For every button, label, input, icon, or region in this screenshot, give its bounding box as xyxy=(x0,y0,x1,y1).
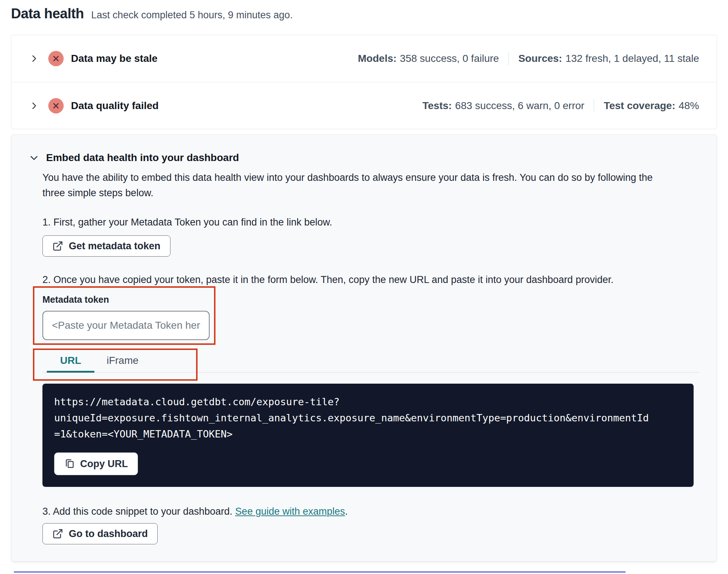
metadata-token-label: Metadata token xyxy=(42,294,210,305)
embed-section-header[interactable]: Embed data health into your dashboard xyxy=(11,135,717,164)
copy-url-label: Copy URL xyxy=(80,458,128,470)
error-icon xyxy=(48,51,64,66)
stat-label: Tests: xyxy=(423,100,452,111)
get-metadata-token-button[interactable]: Get metadata token xyxy=(42,235,170,257)
status-row-quality[interactable]: Data quality failed Tests:683 success, 6… xyxy=(11,82,717,129)
chevron-down-icon[interactable] xyxy=(28,152,40,164)
chevron-right-icon[interactable] xyxy=(28,100,40,112)
status-row-stats: Models:358 success, 0 failure Sources:13… xyxy=(358,52,699,65)
stat-models: Models:358 success, 0 failure xyxy=(358,53,499,64)
status-row-stats: Tests:683 success, 6 warn, 0 error Test … xyxy=(423,99,699,112)
step-2-text: 2. Once you have copied your token, past… xyxy=(42,274,699,286)
go-to-dashboard-button[interactable]: Go to dashboard xyxy=(42,523,158,544)
status-row-stale[interactable]: Data may be stale Models:358 success, 0 … xyxy=(11,35,717,82)
step-1-text: 1. First, gather your Metadata Token you… xyxy=(42,217,699,228)
see-guide-link[interactable]: See guide with examples xyxy=(235,506,345,517)
stat-label: Models: xyxy=(358,53,397,64)
status-row-title: Data quality failed xyxy=(71,100,159,112)
tab-iframe[interactable]: iFrame xyxy=(99,350,146,373)
metadata-token-input[interactable] xyxy=(42,311,210,340)
stat-value: 683 success, 6 warn, 0 error xyxy=(455,100,584,111)
last-check-status: Last check completed 5 hours, 9 minutes … xyxy=(91,10,293,21)
external-link-icon xyxy=(52,528,63,539)
step-3-suffix: . xyxy=(345,506,348,517)
copy-icon xyxy=(64,458,75,469)
stat-sources: Sources:132 fresh, 1 delayed, 11 stale xyxy=(518,53,699,64)
embed-section-card: Embed data health into your dashboard Yo… xyxy=(11,134,717,562)
embed-url-line: https://metadata.cloud.getdbt.com/exposu… xyxy=(54,394,679,410)
embed-url-code-block: https://metadata.cloud.getdbt.com/exposu… xyxy=(42,384,694,487)
stat-value: 48% xyxy=(679,100,699,111)
stat-value: 358 success, 0 failure xyxy=(400,53,499,64)
stat-tests: Tests:683 success, 6 warn, 0 error xyxy=(423,100,585,112)
horizontal-scrollbar[interactable] xyxy=(14,571,626,573)
metadata-token-form: Metadata token xyxy=(42,294,210,340)
get-metadata-token-label: Get metadata token xyxy=(69,241,161,252)
stat-divider xyxy=(594,99,594,112)
error-icon xyxy=(48,98,64,113)
stat-divider xyxy=(509,52,509,65)
status-row-title: Data may be stale xyxy=(71,53,158,64)
tab-url[interactable]: URL xyxy=(47,350,94,373)
tab-bar: URL iFrame xyxy=(42,350,699,373)
step-3-text: 3. Add this code snippet to your dashboa… xyxy=(42,506,699,517)
embed-url-line: =1&token=<YOUR_METADATA_TOKEN> xyxy=(54,426,679,442)
external-link-icon xyxy=(52,241,63,251)
copy-url-button[interactable]: Copy URL xyxy=(54,452,138,475)
page-title: Data health xyxy=(11,6,84,22)
stat-test-coverage: Test coverage:48% xyxy=(604,100,699,112)
stat-label: Sources: xyxy=(518,53,562,64)
stat-value: 132 fresh, 1 delayed, 11 stale xyxy=(566,53,699,64)
page-header: Data health Last check completed 5 hours… xyxy=(0,0,728,22)
stat-label: Test coverage: xyxy=(604,100,675,111)
status-card: Data may be stale Models:358 success, 0 … xyxy=(11,35,717,129)
embed-section-title: Embed data health into your dashboard xyxy=(46,152,239,164)
chevron-right-icon[interactable] xyxy=(28,52,40,65)
step-3-prefix: 3. Add this code snippet to your dashboa… xyxy=(42,506,235,517)
embed-url-line: uniqueId=exposure.fishtown_internal_anal… xyxy=(54,410,679,426)
embed-description: You have the ability to embed this data … xyxy=(42,170,672,201)
go-to-dashboard-label: Go to dashboard xyxy=(69,528,148,540)
